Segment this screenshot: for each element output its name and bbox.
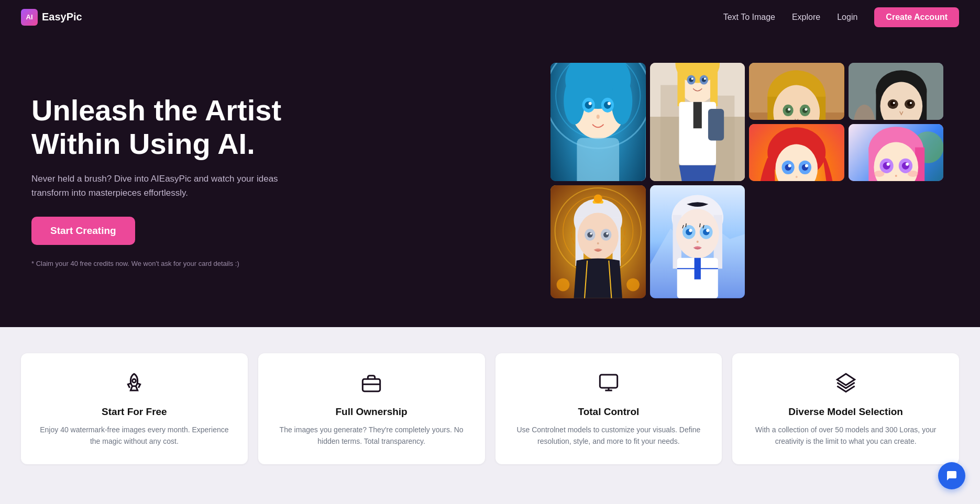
features-section: Start For Free Enjoy 40 watermark-free i… — [0, 327, 980, 490]
svg-rect-129 — [600, 375, 617, 388]
hero-image-dark-woman — [849, 63, 944, 120]
svg-point-122 — [905, 163, 908, 166]
brand-name: EasyPic — [42, 11, 82, 23]
svg-point-28 — [703, 77, 706, 80]
svg-point-60 — [893, 102, 895, 104]
feature-card-control: Total Control Use Controlnet models to c… — [495, 353, 722, 464]
hero-image-school-girl — [650, 63, 745, 181]
svg-point-124 — [907, 171, 918, 177]
svg-point-92 — [597, 242, 599, 244]
svg-point-125 — [895, 175, 897, 177]
svg-point-61 — [909, 102, 911, 104]
svg-point-123 — [874, 171, 884, 177]
svg-point-100 — [676, 209, 719, 259]
feature-title-control: Total Control — [578, 406, 639, 418]
monitor-icon — [598, 372, 619, 398]
svg-point-73 — [805, 164, 808, 167]
svg-point-107 — [696, 241, 698, 243]
svg-point-106 — [706, 229, 709, 232]
start-creating-button[interactable]: Start Creating — [31, 217, 135, 245]
svg-point-126 — [133, 379, 136, 383]
svg-point-5 — [564, 77, 585, 125]
svg-point-6 — [611, 77, 632, 125]
hero-content: Unleash the Artist Within Using AI. Neve… — [31, 94, 335, 267]
svg-rect-127 — [362, 379, 380, 391]
logo-icon: AI — [21, 9, 38, 26]
svg-point-11 — [589, 102, 592, 105]
feature-title-ownership: Full Ownership — [336, 406, 408, 418]
hero-title: Unleash the Artist Within Using AI. — [31, 94, 335, 161]
svg-marker-32 — [679, 165, 716, 181]
hero-section: Unleash the Artist Within Using AI. Neve… — [0, 34, 980, 327]
svg-point-27 — [691, 77, 693, 80]
rocket-icon — [124, 372, 145, 398]
hero-image-blonde-woman — [749, 63, 844, 120]
logo[interactable]: AI EasyPic — [21, 9, 82, 26]
svg-point-72 — [788, 164, 791, 167]
feature-desc-ownership: The images you generate? They're complet… — [273, 424, 470, 447]
svg-point-121 — [886, 163, 889, 166]
hero-image-anime-gold — [550, 185, 646, 298]
nav-explore[interactable]: Explore — [792, 13, 820, 22]
svg-point-74 — [796, 176, 798, 178]
svg-rect-21 — [677, 64, 685, 106]
svg-point-105 — [689, 229, 692, 232]
svg-point-85 — [578, 213, 619, 260]
svg-rect-30 — [693, 102, 701, 128]
feature-desc-control: Use Controlnet models to customize your … — [510, 424, 708, 447]
svg-point-84 — [594, 195, 602, 203]
svg-point-93 — [557, 278, 570, 292]
svg-point-91 — [606, 233, 608, 235]
hero-subtitle: Never held a brush? Dive into AIEasyPic … — [31, 172, 293, 200]
hero-note: * Claim your 40 free credits now. We won… — [31, 260, 335, 267]
feature-card-models: Diverse Model Selection With a collectio… — [732, 353, 959, 464]
hero-image-anime-silver — [650, 185, 745, 298]
briefcase-icon — [361, 372, 382, 398]
feature-desc-models: With a collection of over 50 models and … — [747, 424, 944, 447]
svg-rect-31 — [708, 109, 723, 141]
hero-image-grid — [550, 63, 949, 298]
chat-support-button[interactable] — [938, 462, 965, 489]
svg-point-13 — [597, 115, 600, 119]
svg-point-47 — [788, 108, 790, 110]
hero-image-anime-red — [749, 124, 844, 181]
create-account-button[interactable]: Create Account — [874, 7, 959, 27]
svg-point-89 — [603, 232, 609, 238]
feature-title-start-free: Start For Free — [102, 406, 167, 418]
feature-card-ownership: Full Ownership The images you generate? … — [258, 353, 485, 464]
nav-links: Text To Image Explore Login Create Accou… — [723, 7, 959, 27]
nav-text-to-image[interactable]: Text To Image — [723, 13, 775, 22]
hero-image-anime-pink — [849, 124, 944, 181]
feature-title-models: Diverse Model Selection — [788, 406, 903, 418]
svg-rect-22 — [710, 64, 717, 106]
hero-image-anime-blue — [550, 63, 646, 181]
feature-card-start-free: Start For Free Enjoy 40 watermark-free i… — [21, 353, 248, 464]
svg-point-12 — [608, 102, 611, 105]
feature-desc-start-free: Enjoy 40 watermark-free images every mon… — [36, 424, 233, 447]
svg-point-88 — [587, 232, 592, 238]
layers-icon — [835, 372, 856, 398]
svg-point-94 — [626, 278, 640, 292]
svg-point-48 — [805, 108, 807, 110]
navbar: AI EasyPic Text To Image Explore Login C… — [0, 0, 980, 34]
nav-login[interactable]: Login — [837, 13, 857, 22]
svg-rect-14 — [577, 138, 619, 181]
svg-point-90 — [590, 233, 592, 235]
